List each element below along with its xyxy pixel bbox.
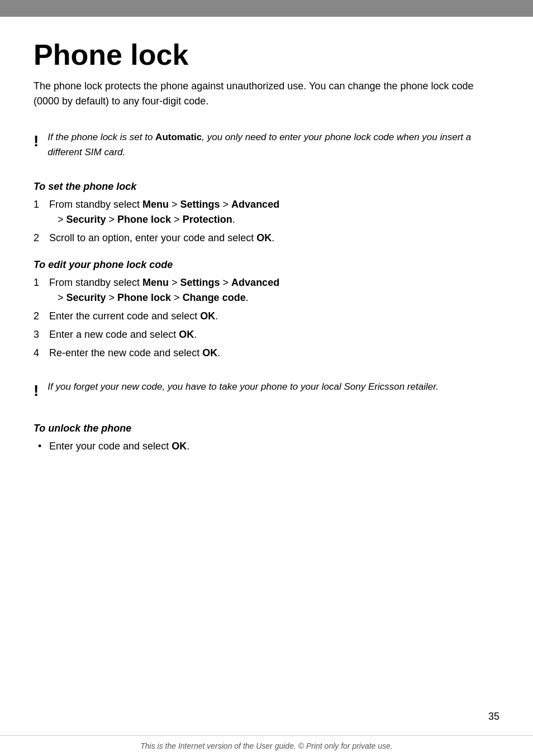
note1-bold: Automatic: [155, 132, 202, 142]
step1-text: From standby select Menu > Settings > Ad…: [49, 199, 279, 225]
step-num: 1: [34, 197, 39, 212]
note-box-1: ! If the phone lock is set to Automatic,…: [34, 125, 499, 165]
section1-title: To set the phone lock: [34, 181, 499, 193]
section2-step2: 2 Enter the current code and select OK.: [34, 309, 499, 324]
step-num: 3: [34, 327, 39, 342]
step-num: 2: [34, 309, 39, 324]
section1-steps: 1 From standby select Menu > Settings > …: [34, 197, 499, 246]
exclamation-icon-1: !: [34, 130, 39, 152]
note-text-2: If you forget your new code, you have to…: [47, 380, 439, 394]
step2-text: Enter the current code and select OK.: [49, 310, 218, 322]
step3-text: Enter a new code and select OK.: [49, 329, 197, 340]
step-num: 4: [34, 346, 39, 361]
section2-title: To edit your phone lock code: [34, 259, 499, 271]
note-box-2: ! If you forget your new code, you have …: [34, 374, 499, 407]
section3-bullets: Enter your code and select OK.: [34, 439, 499, 454]
intro-text: The phone lock protects the phone agains…: [34, 79, 499, 109]
section-unlock-phone: To unlock the phone Enter your code and …: [34, 423, 499, 454]
content: Phone lock The phone lock protects the p…: [0, 17, 533, 501]
page-title: Phone lock: [34, 39, 499, 71]
step1-text: From standby select Menu > Settings > Ad…: [49, 277, 279, 303]
note2-text: If you forget your new code, you have to…: [47, 381, 439, 392]
section1-step2: 2 Scroll to an option, enter your code a…: [34, 231, 499, 246]
section2-step1: 1 From standby select Menu > Settings > …: [34, 275, 499, 305]
section-set-phone-lock: To set the phone lock 1 From standby sel…: [34, 181, 499, 246]
step2-text: Scroll to an option, enter your code and…: [49, 232, 274, 243]
step-num: 2: [34, 231, 39, 246]
section-edit-phone-lock: To edit your phone lock code 1 From stan…: [34, 259, 499, 361]
section3-title: To unlock the phone: [34, 423, 499, 434]
section2-step4: 4 Re-enter the new code and select OK.: [34, 346, 499, 361]
step4-text: Re-enter the new code and select OK.: [49, 347, 220, 358]
top-bar: [0, 0, 533, 17]
unlock-bullet1: Enter your code and select OK.: [34, 439, 499, 454]
unlock-text: Enter your code and select OK.: [49, 441, 189, 452]
step-num: 1: [34, 275, 39, 290]
note-text-1: If the phone lock is set to Automatic, y…: [47, 130, 499, 160]
section1-step1: 1 From standby select Menu > Settings > …: [34, 197, 499, 227]
section2-step3: 3 Enter a new code and select OK.: [34, 327, 499, 342]
section2-steps: 1 From standby select Menu > Settings > …: [34, 275, 499, 361]
note1-before: If the phone lock is set to: [47, 132, 155, 142]
page-number: 35: [488, 711, 499, 722]
footer-text: This is the Internet version of the User…: [140, 741, 393, 750]
exclamation-icon-2: !: [34, 380, 39, 401]
footer: This is the Internet version of the User…: [0, 735, 533, 756]
